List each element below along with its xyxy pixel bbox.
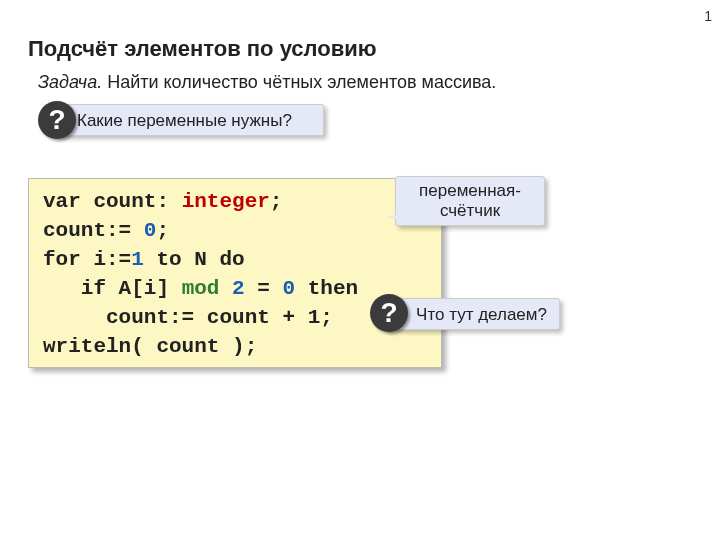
question-mark-icon: ? bbox=[370, 294, 408, 332]
question-mark-icon: ? bbox=[38, 101, 76, 139]
annot1-line1: переменная- bbox=[419, 181, 521, 200]
code-l1a: var count: bbox=[43, 190, 182, 213]
code-l4a: if A[i] bbox=[43, 277, 182, 300]
task-text: Найти количество чётных элементов массив… bbox=[102, 72, 496, 92]
code-l2c: ; bbox=[156, 219, 169, 242]
code-l4c bbox=[219, 277, 232, 300]
code-l5: count:= count + 1; bbox=[43, 306, 333, 329]
code-l2-num: 0 bbox=[144, 219, 157, 242]
code-l3c: to N do bbox=[144, 248, 245, 271]
code-l2a: count:= bbox=[43, 219, 144, 242]
task-label: Задача. bbox=[38, 72, 102, 92]
callout-what-doing-here: Что тут делаем? bbox=[385, 298, 560, 330]
code-l6: writeln( count ); bbox=[43, 335, 257, 358]
code-l3a: for i:= bbox=[43, 248, 131, 271]
code-l4-mod: mod bbox=[182, 277, 220, 300]
code-block: var count: integer; count:= 0; for i:=1 … bbox=[28, 178, 442, 368]
page-title: Подсчёт элементов по условию bbox=[28, 36, 377, 62]
code-l4-two: 2 bbox=[232, 277, 245, 300]
callout-variables-needed: Какие переменные нужны? bbox=[54, 104, 324, 136]
code-l4e: = bbox=[245, 277, 283, 300]
code-l4g: then bbox=[295, 277, 358, 300]
page-number: 1 bbox=[704, 8, 712, 24]
code-l1-type: integer bbox=[182, 190, 270, 213]
code-l4-zero: 0 bbox=[282, 277, 295, 300]
callout-counter-variable: переменная- счётчик bbox=[395, 176, 545, 226]
code-l3-num: 1 bbox=[131, 248, 144, 271]
task-description: Задача. Найти количество чётных элементо… bbox=[38, 72, 496, 93]
code-l1c: ; bbox=[270, 190, 283, 213]
annot1-line2: счётчик bbox=[440, 201, 500, 220]
